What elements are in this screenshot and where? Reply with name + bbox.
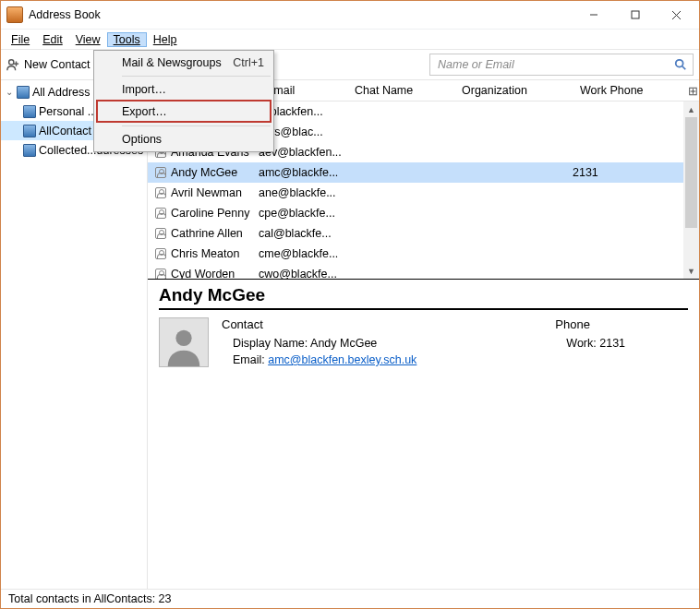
phone-heading: Phone	[555, 317, 625, 331]
scroll-up-icon[interactable]: ▲	[683, 102, 699, 117]
cell-phone: 2131	[573, 166, 699, 179]
add-contact-icon	[6, 58, 19, 71]
email-link[interactable]: amc@blackfen.bexley.sch.uk	[268, 353, 416, 366]
cell-name: Caroline Penny	[171, 207, 249, 220]
cell-name: Chris Meaton	[171, 247, 239, 260]
scrollbar[interactable]: ▲ ▼	[683, 102, 699, 279]
person-icon	[155, 208, 166, 219]
main-body: ⌄ All Address B Personal ... AllContact …	[1, 80, 699, 589]
book-icon	[23, 144, 36, 157]
menu-import[interactable]: Import…	[96, 79, 272, 100]
cell-name: Cathrine Allen	[171, 227, 243, 240]
svg-point-4	[9, 60, 14, 65]
divider	[159, 308, 688, 310]
svg-point-9	[676, 60, 683, 67]
close-button[interactable]	[656, 2, 697, 29]
cell-email: amc@blackfe...	[259, 166, 347, 179]
maximize-button[interactable]	[614, 2, 656, 29]
menu-file[interactable]: File	[5, 32, 36, 47]
app-icon	[6, 6, 23, 23]
book-icon	[23, 105, 36, 118]
person-icon	[155, 269, 166, 280]
tree-label: AllContact	[39, 125, 91, 137]
cell-email: cpe@blackfe...	[259, 207, 347, 220]
window-controls	[573, 2, 697, 29]
menu-edit[interactable]: Edit	[36, 32, 69, 47]
scroll-down-icon[interactable]: ▼	[683, 263, 699, 279]
table-row[interactable]: Caroline Pennycpe@blackfe...	[148, 203, 699, 223]
contact-info: Contact Display Name: Andy McGee Email: …	[222, 317, 416, 368]
menubar: File Edit View Tools Help	[1, 30, 699, 50]
menu-help[interactable]: Help	[147, 32, 184, 47]
person-icon	[155, 248, 166, 259]
menu-view[interactable]: View	[69, 32, 107, 47]
cell-name: Cyd Worden	[171, 268, 235, 280]
avatar	[159, 317, 209, 367]
expand-icon[interactable]: ⌄	[5, 87, 14, 97]
sidebar: ⌄ All Address B Personal ... AllContact …	[1, 80, 148, 589]
col-chat[interactable]: Chat Name	[347, 84, 454, 97]
svg-line-10	[682, 66, 686, 70]
menu-options[interactable]: Options	[96, 129, 272, 149]
column-picker-icon[interactable]: ⊞	[681, 84, 699, 98]
work-phone: Work: 2131	[555, 335, 625, 352]
cell-name: Avril Newman	[171, 186, 242, 199]
minimize-button[interactable]	[573, 2, 614, 29]
search-box[interactable]	[429, 54, 694, 76]
menu-mail-newsgroups[interactable]: Mail & NewsgroupsCtrl+1	[96, 53, 272, 73]
contact-heading: Contact	[222, 317, 416, 331]
person-icon	[155, 167, 166, 178]
menu-export[interactable]: Export…	[96, 100, 272, 123]
main-panel: Name Email Chat Name Organization Work P…	[148, 80, 699, 589]
table-row[interactable]: Cathrine Allencal@blackfe...	[148, 223, 699, 244]
cell-email: cwo@blackfe...	[259, 268, 347, 280]
cell-email: cme@blackfe...	[259, 247, 347, 260]
detail-pane: Andy McGee Contact Display Name: Andy Mc…	[148, 280, 699, 589]
cell-email: cal@blackfe...	[259, 227, 347, 240]
table-row[interactable]: Chris Meatoncme@blackfe...	[148, 244, 699, 264]
table-row[interactable]: Andy McGeeamc@blackfe...2131	[148, 162, 699, 183]
person-icon	[155, 228, 166, 239]
scroll-thumb[interactable]	[685, 117, 697, 228]
cell-email: ane@blackfe...	[259, 186, 347, 199]
app-window: Address Book File Edit View Tools Help M…	[0, 0, 700, 609]
tree-label: All Address B	[32, 86, 101, 99]
svg-rect-1	[632, 11, 639, 18]
statusbar: Total contacts in AllContacts: 23	[1, 589, 699, 608]
search-icon	[674, 58, 687, 71]
new-contact-button[interactable]: New Contact	[6, 58, 91, 71]
titlebar: Address Book	[1, 1, 699, 30]
window-title: Address Book	[29, 8, 101, 21]
person-icon	[155, 187, 166, 198]
col-org[interactable]: Organization	[454, 84, 573, 97]
menu-separator	[122, 125, 271, 126]
svg-point-11	[175, 330, 191, 346]
search-input[interactable]	[436, 57, 674, 72]
email-line: Email: amc@blackfen.bexley.sch.uk	[222, 352, 416, 368]
menu-separator	[122, 76, 271, 77]
book-icon	[23, 125, 36, 137]
book-icon	[17, 86, 30, 99]
status-text: Total contacts in AllContacts: 23	[8, 592, 171, 605]
detail-title: Andy McGee	[159, 285, 688, 305]
avatar-silhouette-icon	[163, 324, 205, 366]
cell-name: Andy McGee	[171, 166, 237, 179]
display-name: Display Name: Andy McGee	[222, 335, 416, 352]
tree-label: Personal ...	[39, 105, 97, 118]
col-phone[interactable]: Work Phone	[573, 84, 681, 97]
table-row[interactable]: Avril Newmanane@blackfe...	[148, 183, 699, 203]
menu-tools[interactable]: Tools	[107, 32, 147, 47]
phone-info: Phone Work: 2131	[555, 317, 625, 368]
table-row[interactable]: Cyd Wordencwo@blackfe...	[148, 264, 699, 280]
tools-dropdown: Mail & NewsgroupsCtrl+1 Import… Export… …	[93, 50, 274, 152]
